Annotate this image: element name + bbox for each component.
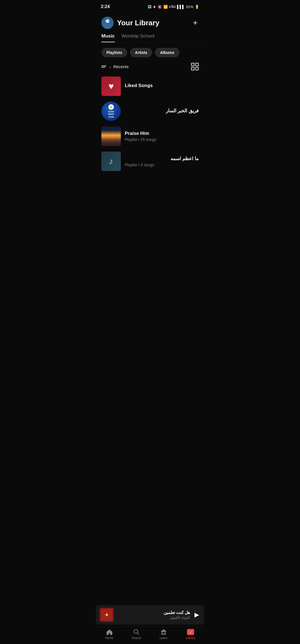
avatar[interactable]	[101, 17, 114, 29]
avatar-svg	[101, 17, 114, 29]
tab-bar: Music Worship School	[96, 32, 204, 42]
svg-rect-3	[104, 24, 111, 29]
bluetooth-icon: ★	[153, 5, 156, 9]
chip-albums[interactable]: Albums	[155, 48, 179, 57]
good-news-thumbnail: ✋ GOODNEWSTEAM	[101, 101, 121, 121]
status-img-icon: 🖼	[148, 5, 151, 9]
praise-him-subtitle: Playlist • 25 songs	[125, 137, 199, 142]
status-icons: 🖼 ★ 🔇 📶 LTE1 ▌▌▌ 91% 🔋	[148, 5, 199, 9]
sort-line-1	[101, 66, 106, 66]
chip-playlists[interactable]: Playlists	[101, 48, 127, 57]
grid-cell-3	[191, 67, 194, 70]
avatar-image	[101, 17, 114, 29]
sort-label: Recents	[113, 64, 129, 69]
good-news-image: ✋ GOODNEWSTEAM	[101, 101, 121, 121]
liked-songs-title: Liked Songs	[125, 83, 199, 88]
sunset-image	[101, 127, 121, 146]
praise-him-title: Praise Him	[125, 131, 199, 136]
liked-songs-info: Liked Songs	[125, 83, 199, 90]
sort-arrow-icon: ↓	[109, 65, 111, 69]
list-item[interactable]: ✋ GOODNEWSTEAM فريق الخبر السار	[101, 99, 199, 124]
list-item[interactable]: ♥ Liked Songs	[101, 74, 199, 99]
page-title: Your Library	[117, 19, 159, 27]
ma-azam-info: ما اعظم اسمه Playlist • 3 songs	[125, 156, 199, 167]
good-news-title: فريق الخبر السار	[125, 108, 199, 114]
music-note-icon: ♪	[109, 157, 113, 166]
praise-him-thumbnail	[101, 127, 121, 146]
ma-azam-title: ما اعظم اسمه	[125, 156, 199, 162]
library-header: Your Library +	[96, 12, 204, 32]
ma-azam-subtitle: Playlist • 3 songs	[125, 163, 199, 167]
good-news-logo-icon: ✋	[109, 106, 113, 109]
svg-point-1	[106, 19, 109, 23]
heart-icon: ♥	[109, 81, 114, 91]
grid-cell-2	[195, 63, 199, 66]
good-news-logo: ✋	[108, 104, 114, 110]
ma-azam-thumbnail: ♪	[101, 152, 121, 171]
battery-indicator: 91%	[186, 5, 193, 9]
grid-cell-1	[191, 63, 194, 66]
sort-button[interactable]: ↓ Recents	[101, 64, 129, 69]
sort-line-2	[101, 67, 105, 68]
header-left: Your Library	[101, 17, 159, 29]
list-item[interactable]: ♪ ما اعظم اسمه Playlist • 3 songs	[101, 149, 199, 174]
sort-bar: ↓ Recents	[96, 62, 204, 74]
battery-icon: 🔋	[195, 5, 199, 9]
filter-chips: Playlists Artists Albums	[96, 47, 204, 62]
grid-view-button[interactable]	[191, 63, 199, 70]
good-news-team-text: GOODNEWSTEAM	[108, 110, 114, 118]
sort-lines-icon	[101, 66, 106, 68]
add-button[interactable]: +	[192, 18, 199, 28]
good-news-info: فريق الخبر السار	[125, 108, 199, 115]
praise-him-info: Praise Him Playlist • 25 songs	[125, 131, 199, 142]
grid-cell-4	[195, 67, 199, 70]
list-item[interactable]: Praise Him Playlist • 25 songs	[101, 124, 199, 149]
signal-bars-icon: ▌▌▌	[177, 5, 185, 9]
lte-icon: LTE1	[169, 5, 176, 8]
status-bar: 2:24 🖼 ★ 🔇 📶 LTE1 ▌▌▌ 91% 🔋	[96, 0, 204, 12]
liked-songs-thumbnail: ♥	[101, 76, 121, 96]
mute-icon: 🔇	[158, 5, 162, 9]
status-time: 2:24	[101, 4, 110, 9]
playlist-list: ♥ Liked Songs ✋ GOODNEWSTEAM فريق الخبر …	[96, 74, 204, 174]
tab-worship-school[interactable]: Worship School	[121, 33, 154, 42]
wifi-icon: 📶	[163, 5, 168, 9]
chip-artists[interactable]: Artists	[130, 48, 152, 57]
tab-music[interactable]: Music	[101, 33, 115, 42]
